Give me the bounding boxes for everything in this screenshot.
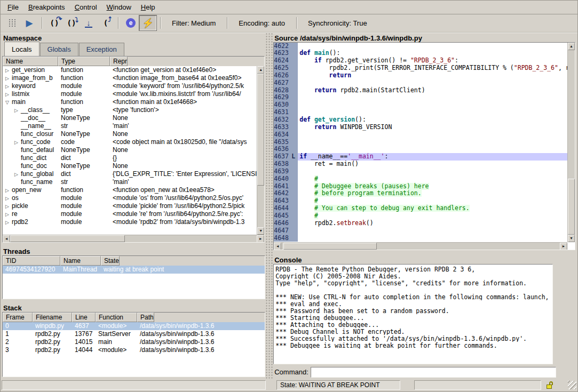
menu-item-breakpoints[interactable]: Breakpoints [23, 1, 70, 13]
namespace-row[interactable]: ▷picklemodule<module 'pickle' from '/usr… [3, 202, 257, 210]
tree-expand-arrow-icon[interactable]: ▷ [5, 188, 12, 193]
menu-item-window[interactable]: Window [102, 1, 136, 13]
column-header-state[interactable]: State [101, 256, 120, 266]
namespace-row[interactable]: ▷__class__type<type 'function'> [3, 106, 257, 114]
code-line[interactable]: 4638 ret = main() [274, 161, 567, 168]
scroll-thumb[interactable] [568, 179, 575, 235]
scroll-up-arrow[interactable]: ▲ [257, 66, 264, 74]
code-line[interactable]: 4627 [274, 79, 567, 87]
stack-frame-row[interactable]: 0winpdb.py4637<module>/data/sys/bin/winp… [3, 322, 265, 330]
namespace-row[interactable]: ▷func_codecode<code object main at 0x180… [3, 138, 257, 146]
tree-collapse-arrow-icon[interactable]: ▽ [5, 100, 12, 105]
tab-locals[interactable]: Locals [4, 42, 39, 56]
code-line[interactable]: 4630 [274, 101, 567, 109]
column-header-tid[interactable]: TID [3, 256, 60, 266]
namespace-row[interactable]: ▷rpdb2module<module 'rpdb2' from '/data/… [3, 218, 257, 226]
namespace-row[interactable]: func_closurNoneTypeNone [3, 130, 257, 138]
stack-frame-row[interactable]: 1rpdb2.py13767StartServer/data/sys/bin/w… [3, 330, 265, 338]
scroll-track[interactable] [257, 74, 264, 227]
source-vscrollbar[interactable]: ▲ ▼ [567, 43, 575, 242]
tree-expand-arrow-icon[interactable]: ▷ [14, 108, 21, 113]
step-return-button[interactable]: ↓ [80, 15, 97, 30]
code-line[interactable]: 4636 [274, 146, 567, 153]
scroll-left-arrow[interactable]: ◄ [274, 243, 281, 250]
tree-expand-arrow-icon[interactable]: ▷ [14, 140, 21, 145]
sash[interactable] [273, 250, 575, 254]
namespace-row[interactable]: __name__str'main' [3, 122, 257, 130]
scroll-down-arrow[interactable]: ▼ [257, 227, 264, 235]
tab-globals[interactable]: Globals [40, 43, 78, 56]
code-line[interactable]: 4631 [274, 109, 567, 116]
namespace-row[interactable]: func_defaulNoneTypeNone [3, 146, 257, 154]
namespace-row[interactable]: ▽mainfunction<function main at 0x1ef4668… [3, 98, 257, 106]
scroll-right-arrow[interactable]: ► [560, 243, 567, 250]
code-line[interactable]: 4626 return [274, 72, 567, 79]
tree-expand-arrow-icon[interactable]: ▷ [5, 204, 12, 209]
namespace-row[interactable]: ▷get_versionfunction<function get_versio… [3, 66, 257, 74]
scroll-right-arrow[interactable]: ► [257, 235, 264, 243]
namespace-row[interactable]: ▷keywordmodule<module 'keyword' from '/u… [3, 82, 257, 90]
menu-item-file[interactable]: File [3, 1, 23, 13]
scroll-thumb[interactable] [10, 235, 125, 242]
source-editor[interactable]: 46224623def main():4624 if rpdb2.get_ver… [273, 42, 575, 250]
code-line[interactable]: 4637Lif __name__=='__main__': [274, 153, 567, 161]
namespace-hscrollbar[interactable]: ◄ ► [3, 235, 264, 242]
code-line[interactable]: 4647 [274, 227, 567, 235]
namespace-row[interactable]: ▷func_globaldict{'DLG_EXPR_TITLE': 'Ente… [3, 170, 257, 178]
step-over-button[interactable]: ()↷ [46, 15, 63, 30]
code-line[interactable]: 4628 return rpdb2.main(StartClient) [274, 87, 567, 94]
go-button[interactable]: ▶ [21, 15, 38, 30]
code-line[interactable]: 4648 [274, 235, 567, 242]
code-line[interactable]: 4641 # Debuggee breaks (pauses) here [274, 183, 567, 190]
namespace-row[interactable]: func_docNoneTypeNone [3, 162, 257, 170]
tree-expand-arrow-icon[interactable]: ▷ [5, 92, 12, 97]
scroll-thumb[interactable] [283, 243, 377, 250]
code-line[interactable]: 4643 # [274, 197, 567, 205]
code-line[interactable]: 4640 # [274, 175, 567, 183]
tree-expand-arrow-icon[interactable]: ▷ [5, 196, 12, 201]
column-header-type[interactable]: Type [58, 57, 110, 66]
resize-grip-icon[interactable] [568, 381, 576, 389]
namespace-row[interactable]: ▷image_from_bfunction<function image_fro… [3, 74, 257, 82]
step-into-button[interactable]: ()⤵ [63, 15, 80, 30]
namespace-row[interactable]: ▷osmodule<module 'os' from '/usr/lib64/p… [3, 194, 257, 202]
code-line[interactable]: 4624 if rpdb2.get_version() != "RPDB_2_3… [274, 57, 567, 65]
scroll-track[interactable] [10, 235, 257, 242]
code-line[interactable]: 4633 return WINPDB_VERSION [274, 124, 567, 131]
thread-row[interactable]: 46974534127920MainThreadwaiting at break… [3, 266, 265, 274]
code-line[interactable]: 4639 [274, 168, 567, 175]
code-line[interactable]: 4629 [274, 94, 567, 101]
namespace-row[interactable]: ▷open_newfunction<function open_new at 0… [3, 186, 257, 194]
synchronicity-toggle-button[interactable]: ⚡ [139, 15, 156, 30]
menu-item-control[interactable]: Control [70, 1, 102, 13]
scroll-left-arrow[interactable]: ◄ [3, 235, 10, 243]
namespace-vscrollbar[interactable]: ▲ ▼ [257, 66, 264, 235]
column-header-name[interactable]: Name [3, 57, 58, 66]
tree-expand-arrow-icon[interactable]: ▷ [5, 68, 12, 73]
code-line[interactable]: 4644 # You can step to debug any exit ha… [274, 205, 567, 212]
namespace-row[interactable]: func_dictdict{} [3, 154, 257, 162]
namespace-row[interactable]: ▷listmixmodule<module 'wx.lib.mixins.lis… [3, 90, 257, 98]
code-line[interactable]: 4623def main(): [274, 50, 567, 57]
vertical-splitter[interactable] [265, 33, 273, 379]
tree-expand-arrow-icon[interactable]: ▷ [14, 172, 21, 177]
tree-expand-arrow-icon[interactable]: ▷ [5, 84, 12, 89]
column-header-repr[interactable]: Repr [110, 57, 128, 66]
code-line[interactable]: 4645 # [274, 212, 567, 220]
tree-expand-arrow-icon[interactable]: ▷ [5, 220, 12, 225]
namespace-row[interactable]: ▷remodule<module 're' from '/usr/lib64/p… [3, 210, 257, 218]
column-header-path[interactable]: Path [137, 313, 154, 322]
console-output[interactable]: RPDB - The Remote Python Debugger, versi… [273, 264, 553, 364]
code-line[interactable]: 4634 [274, 131, 567, 139]
column-header-line[interactable]: Line [72, 313, 96, 322]
column-header-frame[interactable]: Frame [3, 313, 33, 322]
scroll-track[interactable] [281, 243, 560, 250]
namespace-row[interactable]: __doc__NoneTypeNone [3, 114, 257, 122]
scroll-track[interactable] [568, 50, 575, 235]
code-line[interactable]: 4622 [274, 43, 567, 50]
scroll-up-arrow[interactable]: ▲ [568, 43, 575, 50]
code-line[interactable]: 4635 [274, 139, 567, 146]
code-line[interactable]: 4625 rpdb2._print(STR_ERROR_INTERFACE_CO… [274, 65, 567, 72]
column-header-filename[interactable]: Filename [33, 313, 72, 322]
stack-frame-row[interactable]: 3rpdb2.py14044<module>/data/sys/bin/winp… [3, 346, 265, 354]
